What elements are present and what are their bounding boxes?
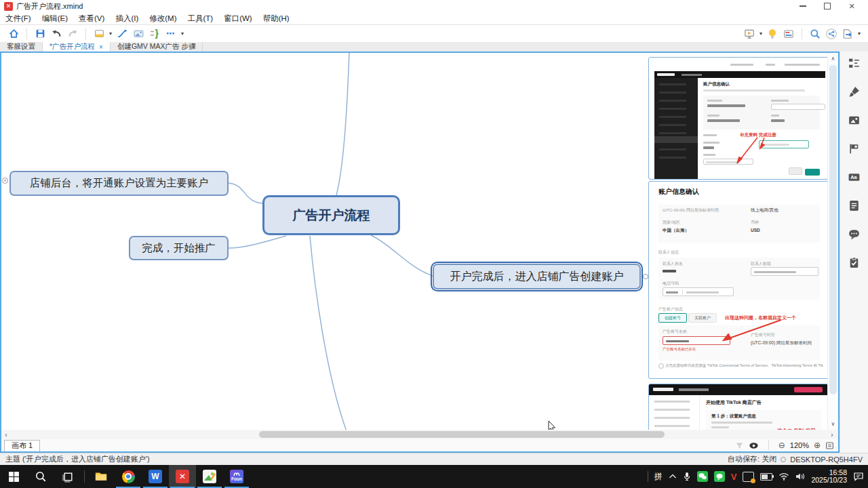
volume-icon[interactable] <box>795 472 805 481</box>
sheet-style-button[interactable] <box>91 26 107 41</box>
mindmap-canvas[interactable]: 店铺后台，将开通账户设置为主要账户 完成，开始推广 广告开户流程 开户完成后，进… <box>1 53 838 430</box>
export-caret[interactable]: ▾ <box>856 30 863 37</box>
screencast-icon[interactable] <box>743 472 754 482</box>
attachment-screenshot-2[interactable]: 账户信息确认 (UTC-09:00) 阿拉斯加标准时间 线上电商/其他 国家/地… <box>648 181 830 379</box>
task-view-button[interactable] <box>54 465 81 488</box>
horizontal-scroll-thumb[interactable] <box>259 431 665 438</box>
tiktok-shop-logo <box>653 388 673 391</box>
tab-gmv-max[interactable]: 创建GMV MAX广告 步骤 <box>111 42 203 52</box>
menu-insert[interactable]: 插入(I) <box>115 14 138 24</box>
file-explorer-button[interactable] <box>87 465 115 488</box>
home-button[interactable] <box>5 26 22 41</box>
menu-edit[interactable]: 编辑(E) <box>42 14 68 24</box>
topic-start-promotion[interactable]: 完成，开始推广 <box>129 236 229 260</box>
tray-expand-icon[interactable] <box>669 473 677 480</box>
sticker-aa-icon[interactable]: Aa <box>848 171 861 184</box>
save-button[interactable] <box>32 26 48 41</box>
shot2-terms-checkbox <box>658 363 664 369</box>
central-topic[interactable]: 广告开户流程 <box>262 195 400 235</box>
sheet-style-caret[interactable]: ▾ <box>107 30 114 37</box>
export-button[interactable] <box>840 26 856 41</box>
tab-kefu-shezhi[interactable]: 客服设置 <box>0 42 43 52</box>
shot3-page-title: 开始使用 TikTok 商店广告 <box>706 399 762 406</box>
ime-indicator[interactable]: 拼 <box>654 471 663 483</box>
more-tools-button[interactable]: ⋯ <box>163 26 179 41</box>
vertical-scrollbar[interactable]: ∧ ∨ <box>827 53 838 430</box>
relationship-button[interactable] <box>114 26 130 41</box>
format-brush-icon[interactable] <box>848 85 861 98</box>
close-button[interactable]: ✕ <box>840 0 864 12</box>
wechat-icon[interactable] <box>697 471 708 482</box>
wechat-work-icon[interactable] <box>714 471 725 482</box>
pitch-eye-icon[interactable] <box>749 441 759 450</box>
insert-image-icon[interactable] <box>848 114 861 127</box>
file-explorer-icon <box>94 470 108 483</box>
tray-clock[interactable]: 16:58 2025/10/23 <box>811 469 847 484</box>
share-button[interactable] <box>823 26 840 41</box>
chrome-button[interactable] <box>115 465 142 488</box>
xmind-taskbar-button[interactable]: ✕ <box>169 465 196 488</box>
menu-modify[interactable]: 修改(M) <box>149 14 176 24</box>
scroll-up-arrow[interactable]: ∧ <box>828 54 838 63</box>
blurred-text <box>730 64 753 66</box>
foun-app-button[interactable]: Foun <box>223 465 250 488</box>
action-center-icon[interactable] <box>853 472 864 481</box>
redo-button[interactable] <box>64 26 81 41</box>
minimize-button[interactable] <box>791 0 815 12</box>
collapse-handle[interactable]: + <box>2 178 8 184</box>
zoom-out-button[interactable]: ⊖ <box>778 441 785 450</box>
marker-flag-icon[interactable] <box>848 142 861 155</box>
start-button[interactable] <box>0 465 27 488</box>
shot2-ad-section: 广告账户信息 <box>658 306 683 312</box>
idea-button[interactable] <box>764 26 781 41</box>
microphone-icon[interactable] <box>683 472 691 481</box>
attachment-screenshot-1[interactable]: 账户信息确认 补充资料 完成注册 <box>648 57 829 180</box>
notes-icon[interactable] <box>848 199 861 212</box>
shot2-tab-link: 关联账户 <box>688 313 717 323</box>
outline-structure-icon[interactable] <box>848 57 861 70</box>
w-app-button[interactable]: W <box>142 465 169 488</box>
tab-guanggao-kaihu[interactable]: *广告开户流程 × <box>43 42 111 52</box>
blurred-nav <box>682 74 702 76</box>
shot1-header <box>654 71 825 78</box>
presentation-button[interactable] <box>741 26 757 41</box>
presentation-caret[interactable]: ▾ <box>757 30 764 37</box>
more-tools-caret[interactable]: ▾ <box>179 30 186 37</box>
v-app-tray-icon[interactable]: V <box>731 472 737 481</box>
fit-window-icon[interactable] <box>825 441 834 450</box>
note-card-button[interactable] <box>781 26 797 41</box>
comment-icon[interactable] <box>848 228 861 241</box>
topic-create-ad-account[interactable]: 开户完成后，进入店铺广告创建账户 <box>433 264 641 289</box>
wifi-icon[interactable] <box>778 472 789 481</box>
blurred-value <box>707 104 745 107</box>
menu-file[interactable]: 文件(F) <box>5 14 31 24</box>
taskbar-search-button[interactable] <box>27 465 54 488</box>
boundary-button[interactable] <box>130 26 146 41</box>
search-button[interactable] <box>807 26 823 41</box>
topic-set-main-account[interactable]: 店铺后台，将开通账户设置为主要账户 <box>9 171 229 196</box>
scroll-down-arrow[interactable]: ∨ <box>828 420 838 428</box>
restore-button[interactable] <box>815 0 840 12</box>
filter-icon[interactable] <box>735 441 744 450</box>
shot2-industry: 线上电商/其他 <box>751 207 778 214</box>
horizontal-scrollbar[interactable]: ‹ › <box>1 430 838 439</box>
expand-handle[interactable] <box>643 274 648 279</box>
attachment-screenshot-3[interactable]: 开始使用 TikTok 商店广告 第 1 步：设置账户信息 这个ID 复制 发我 <box>648 384 829 430</box>
summary-button[interactable]: } <box>146 26 163 41</box>
scroll-right-arrow[interactable]: › <box>827 430 837 439</box>
tab-close-icon[interactable]: × <box>99 43 103 51</box>
task-clipboard-icon[interactable] <box>848 256 861 269</box>
menu-tools[interactable]: 工具(T) <box>187 14 213 24</box>
image-editor-button[interactable] <box>196 465 223 488</box>
menu-view[interactable]: 查看(V) <box>79 14 104 24</box>
zoom-in-button[interactable]: ⊕ <box>814 441 821 450</box>
zoom-level: 120% <box>790 441 809 449</box>
undo-button[interactable] <box>48 26 64 41</box>
scroll-left-arrow[interactable]: ‹ <box>1 430 11 439</box>
vertical-scroll-thumb[interactable] <box>829 65 837 394</box>
menu-window[interactable]: 窗口(W) <box>224 14 252 24</box>
sheet-tab-canvas1[interactable]: 画布 1 <box>4 440 40 451</box>
blurred-value <box>771 119 785 122</box>
menu-help[interactable]: 帮助(H) <box>263 14 290 24</box>
battery-icon[interactable] <box>760 473 772 481</box>
